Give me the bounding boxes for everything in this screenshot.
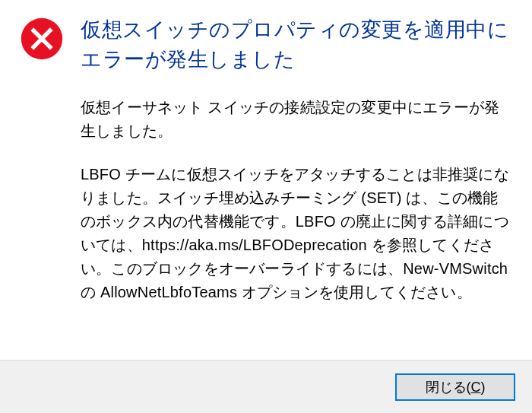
- dialog-paragraph-1: 仮想イーサネット スイッチの接続設定の変更中にエラーが発生しました。: [81, 96, 509, 143]
- close-button-label: 閉じる: [426, 380, 467, 395]
- dialog-footer: 閉じる(C): [0, 360, 532, 413]
- close-button[interactable]: 閉じる(C): [395, 373, 515, 401]
- dialog-content: 仮想スイッチのプロパティの変更を適用中にエラーが発生しました 仮想イーサネット …: [0, 0, 532, 304]
- dialog-title: 仮想スイッチのプロパティの変更を適用中にエラーが発生しました: [81, 15, 509, 75]
- close-button-mnemonic: C: [471, 380, 481, 395]
- error-dialog: 仮想スイッチのプロパティの変更を適用中にエラーが発生しました 仮想イーサネット …: [0, 0, 532, 413]
- dialog-text-column: 仮想スイッチのプロパティの変更を適用中にエラーが発生しました 仮想イーサネット …: [81, 15, 512, 304]
- dialog-paragraph-2: LBFO チームに仮想スイッチをアタッチすることは非推奨になりました。スイッチ埋…: [81, 163, 509, 304]
- error-icon: [20, 17, 64, 61]
